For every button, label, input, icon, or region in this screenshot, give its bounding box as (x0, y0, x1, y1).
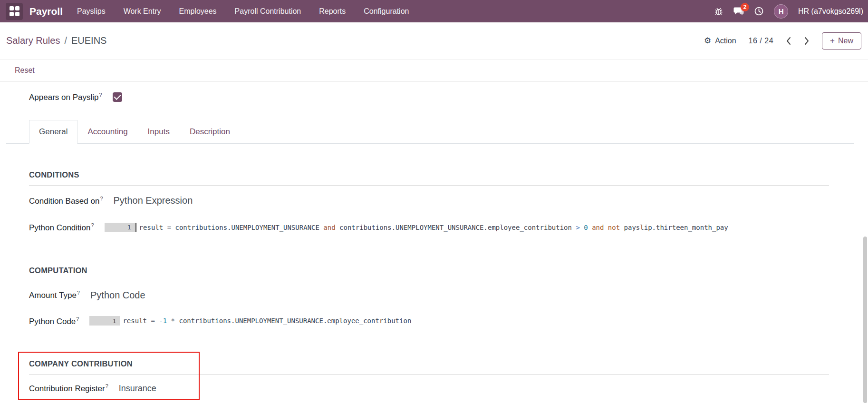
contribution-register-row: Contribution Register? Insurance (29, 383, 829, 394)
tab-inputs[interactable]: Inputs (138, 120, 180, 144)
conditions-title: CONDITIONS (29, 170, 829, 186)
contribution-register-value[interactable]: Insurance (119, 384, 156, 394)
help-marker: ? (76, 316, 79, 322)
company-contribution-title: COMPANY CONTRIBUTION (29, 359, 829, 375)
new-button[interactable]: + New (822, 32, 861, 49)
gear-icon: ⚙ (704, 37, 711, 45)
reset-button[interactable]: Reset (15, 66, 35, 75)
pager-nav (786, 37, 810, 45)
apps-grid-icon (10, 6, 19, 16)
breadcrumb-parent[interactable]: Salary Rules (6, 35, 60, 46)
pager-counter[interactable]: 16 / 24 (749, 37, 773, 45)
nav-menu: Payslips Work Entry Employees Payroll Co… (77, 7, 409, 16)
nav-item-reports[interactable]: Reports (319, 7, 346, 16)
page: Payroll Payslips Work Entry Employees Pa… (0, 0, 868, 405)
navbar-right: 2 H HR (a7vokgso269l) (714, 4, 863, 19)
help-marker: ? (77, 290, 80, 296)
python-condition-editor[interactable]: 1 result = contributions.UNEMPLOYMENT_UN… (105, 223, 728, 232)
help-marker: ? (99, 92, 102, 98)
nav-item-employees[interactable]: Employees (179, 7, 216, 16)
nav-item-configuration[interactable]: Configuration (364, 7, 409, 16)
text-caret (135, 223, 136, 232)
action-label: Action (715, 37, 736, 45)
activities-clock-icon[interactable] (754, 6, 764, 16)
computation-section: COMPUTATION Amount Type? Python Code Pyt… (29, 266, 829, 326)
bug-icon[interactable] (714, 7, 723, 16)
python-condition-row: Python Condition? 1 result = contributio… (29, 222, 829, 233)
line-number: 1 (105, 223, 135, 232)
messages-icon[interactable]: 2 (733, 7, 744, 16)
amount-type-row: Amount Type? Python Code (29, 290, 829, 301)
conditions-section: CONDITIONS Condition Based on? Python Ex… (29, 170, 829, 233)
tab-accounting[interactable]: Accounting (77, 120, 137, 144)
form-sheet: Appears on Payslip? General Accounting I… (0, 82, 868, 394)
help-marker: ? (106, 383, 108, 389)
notebook-tab-bar: General Accounting Inputs Description (6, 120, 854, 144)
nav-item-work-entry[interactable]: Work Entry (124, 7, 161, 16)
python-code-row: Python Code? 1 result = -1 * contributio… (29, 316, 829, 326)
python-code-code: result = -1 * contributions.UNEMPLOYMENT… (123, 317, 411, 325)
user-avatar[interactable]: H (774, 4, 788, 19)
computation-title: COMPUTATION (29, 266, 829, 281)
condition-based-on-value[interactable]: Python Expression (114, 195, 193, 206)
breadcrumb-separator: / (64, 35, 67, 46)
breadcrumb-current: EUEINS (71, 35, 106, 46)
control-panel-right: ⚙ Action 16 / 24 + New (704, 32, 861, 49)
line-number: 1 (89, 316, 120, 326)
amount-type-label: Amount Type? (29, 290, 80, 300)
messages-badge: 2 (741, 3, 749, 11)
contribution-register-label: Contribution Register? (29, 383, 108, 394)
plus-icon: + (830, 37, 835, 45)
control-panel: Salary Rules / EUEINS ⚙ Action 16 / 24 +… (0, 22, 868, 59)
form-body: CONDITIONS Condition Based on? Python Ex… (0, 170, 868, 394)
vertical-scrollbar-thumb[interactable] (863, 237, 867, 403)
company-contribution-section: COMPANY CONTRIBUTION Contribution Regist… (29, 359, 829, 394)
appears-on-payslip-label: Appears on Payslip? (29, 92, 102, 102)
nav-item-payslips[interactable]: Payslips (77, 7, 106, 16)
help-marker: ? (91, 222, 94, 228)
amount-type-value[interactable]: Python Code (90, 290, 145, 301)
python-code-editor[interactable]: 1 result = -1 * contributions.UNEMPLOYME… (89, 316, 411, 326)
pager-previous-button[interactable] (786, 37, 791, 45)
python-condition-label: Python Condition? (29, 222, 94, 233)
tab-description[interactable]: Description (180, 120, 240, 144)
apps-menu-button[interactable] (6, 3, 23, 20)
nav-item-payroll-contribution[interactable]: Payroll Contribution (235, 7, 301, 16)
condition-based-on-row: Condition Based on? Python Expression (29, 195, 829, 206)
python-condition-code: result = contributions.UNEMPLOYMENT_UNSU… (139, 224, 728, 231)
action-button[interactable]: ⚙ Action (704, 37, 736, 45)
app-name[interactable]: Payroll (29, 6, 63, 17)
form-status-bar: Reset (0, 59, 868, 82)
help-marker: ? (100, 196, 103, 201)
appears-on-payslip-row: Appears on Payslip? (0, 89, 868, 105)
condition-based-on-label: Condition Based on? (29, 196, 103, 206)
new-button-label: New (838, 37, 853, 45)
user-name[interactable]: HR (a7vokgso269l) (798, 7, 863, 16)
tab-general[interactable]: General (29, 120, 77, 144)
breadcrumb: Salary Rules / EUEINS (6, 35, 106, 46)
top-navbar: Payroll Payslips Work Entry Employees Pa… (0, 0, 868, 22)
pager-next-button[interactable] (804, 37, 810, 45)
appears-on-payslip-checkbox[interactable] (113, 92, 122, 102)
python-code-label: Python Code? (29, 316, 79, 326)
